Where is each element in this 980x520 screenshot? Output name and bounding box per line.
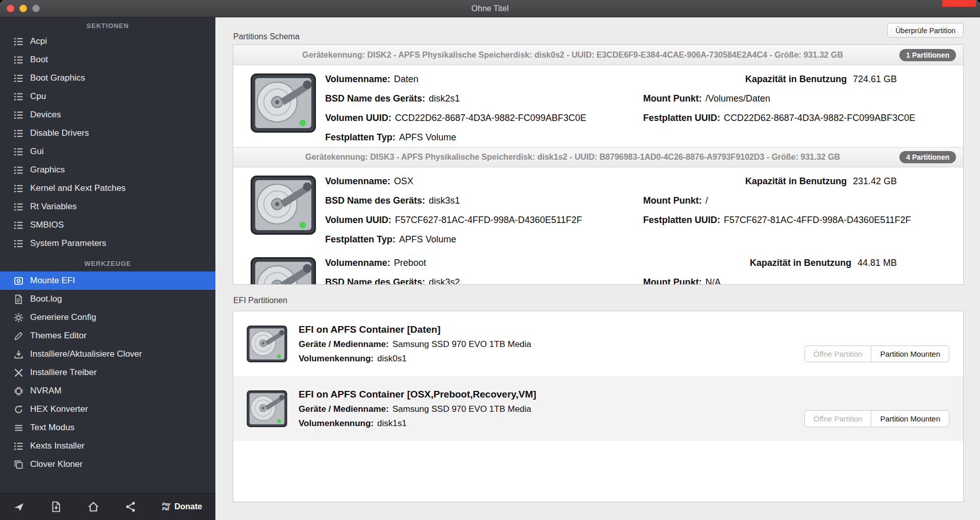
- red-strip: [942, 0, 976, 7]
- disk-uuid: Festplatten UUID:F57CF627-81AC-4FFD-998A…: [643, 215, 949, 226]
- list-icon: [14, 441, 23, 451]
- list-icon: [14, 129, 23, 138]
- titlebar: Ohne Titel: [0, 0, 980, 17]
- launch-icon[interactable]: [13, 501, 24, 512]
- home-icon[interactable]: [88, 501, 99, 512]
- sidebar-item-system-parameters[interactable]: System Parameters: [0, 234, 215, 253]
- sidebar-item-generate-config[interactable]: Generiere Config: [0, 308, 215, 327]
- document-icon: [14, 294, 23, 304]
- capacity-in-use: Kapazität in Benutzung724.61 GB: [643, 74, 949, 85]
- sidebar-item-devices[interactable]: Devices: [0, 106, 215, 124]
- share-icon[interactable]: [125, 501, 136, 512]
- open-partition-button[interactable]: Öffne Partition: [804, 410, 872, 427]
- sidebar-item-boot-graphics[interactable]: Boot Graphics: [0, 69, 215, 87]
- sidebar-item-gui[interactable]: Gui: [0, 142, 215, 161]
- sidebar-item-clover-cloner[interactable]: Clover Kloner: [0, 455, 215, 474]
- verify-partition-button[interactable]: Überprüfe Partition: [887, 23, 964, 38]
- tools-header: WERKZEUGE: [0, 253, 215, 271]
- sidebar-item-kexts-installer[interactable]: Kexts Installer: [0, 437, 215, 455]
- efi-device-name: Geräte / Medienname:Samsung SSD 970 EVO …: [299, 402, 804, 416]
- open-partition-button[interactable]: Öffne Partition: [804, 345, 872, 362]
- bsd-name: BSD Name des Geräts:disk2s1: [325, 93, 643, 104]
- disk-type: Festplatten Typ:APFS Volume: [325, 132, 643, 143]
- sidebar-item-smbios[interactable]: SMBIOS: [0, 216, 215, 234]
- partition-count-badge: 4 Partitionen: [899, 151, 956, 163]
- mount-point: Mount Punkt:N/A: [643, 277, 949, 285]
- sidebar-item-kernel-and-kext-patches[interactable]: Kernel and Kext Patches: [0, 179, 215, 197]
- efi-partitions-title: EFI Partitionen: [233, 296, 964, 305]
- sidebar-item-text-mode[interactable]: Text Modus: [0, 418, 215, 437]
- sidebar-item-install-drivers[interactable]: Installiere Treiber: [0, 363, 215, 382]
- volume-name: Volumenname:Preboot: [325, 258, 643, 268]
- efi-container-title: EFI on APFS Container [OSX,Preboot,Recov…: [299, 387, 804, 402]
- sidebar-footer: PayPal Donate: [0, 493, 215, 520]
- list-icon: [14, 165, 23, 175]
- efi-container-title: EFI on APFS Container [Daten]: [299, 322, 804, 337]
- sidebar-item-themes-editor[interactable]: Themes Editor: [0, 327, 215, 345]
- bsd-name: BSD Name des Geräts:disk3s2: [325, 277, 643, 285]
- efi-volume-id: Volumenkennung:disk0s1: [299, 352, 804, 366]
- list-icon: [14, 92, 23, 102]
- device-header-text: Gerätekennung: DISK2 - APFS Physikalisch…: [233, 51, 963, 60]
- efi-device-name: Geräte / Medienname:Samsung SSD 970 EVO …: [299, 337, 804, 352]
- volume-uuid: Volumen UUID:F57CF627-81AC-4FFD-998A-D43…: [325, 215, 643, 226]
- volume-row-daten: Volumenname:Daten Kapazität in Benutzung…: [233, 65, 963, 147]
- sidebar-item-rt-variables[interactable]: Rt Variables: [0, 197, 215, 216]
- traffic-lights: [7, 0, 40, 17]
- sidebar-item-mount-efi[interactable]: Mounte EFI: [0, 271, 215, 290]
- partition-count-badge: 1 Partitionen: [899, 49, 956, 61]
- list-icon: [14, 55, 23, 65]
- sidebar-item-boot-log[interactable]: Boot.log: [0, 290, 215, 308]
- sidebar-item-disable-drivers[interactable]: Disable Drivers: [0, 124, 215, 142]
- sidebar-item-boot[interactable]: Boot: [0, 51, 215, 69]
- download-icon: [14, 350, 23, 359]
- device-header-disk3: Gerätekennung: DISK3 - APFS Physikalisch…: [233, 147, 963, 167]
- zoom-button[interactable]: [32, 5, 40, 12]
- efi-partition-row-osx: EFI on APFS Container [OSX,Preboot,Recov…: [233, 376, 963, 441]
- sidebar-item-nvram[interactable]: NVRAM: [0, 382, 215, 400]
- efi-partition-row-daten: EFI on APFS Container [Daten] Geräte / M…: [233, 311, 963, 376]
- main-content: Partitions Schema Überprüfe Partition Ge…: [215, 17, 980, 520]
- partitions-scroll-area[interactable]: Gerätekennung: DISK2 - APFS Physikalisch…: [233, 44, 964, 285]
- sidebar-item-hex-converter[interactable]: HEX Konverter: [0, 400, 215, 418]
- mount-partition-button[interactable]: Partition Mounten: [871, 410, 949, 427]
- donate-label: Donate: [175, 502, 202, 511]
- copy-icon: [14, 460, 23, 469]
- sidebar-item-acpi[interactable]: Acpi: [0, 32, 215, 51]
- hard-disk-icon: [247, 326, 287, 362]
- hard-disk-icon: [251, 73, 316, 133]
- sidebar: SEKTIONEN Acpi Boot Boot Graphics Cpu De…: [0, 17, 215, 520]
- export-icon[interactable]: [51, 501, 62, 512]
- sidebar-item-cpu[interactable]: Cpu: [0, 87, 215, 106]
- efi-volume-id: Volumenkennung:disk1s1: [299, 416, 804, 431]
- list-icon: [14, 239, 23, 249]
- device-header-text: Gerätekennung: DISK3 - APFS Physikalisch…: [233, 153, 963, 162]
- chip-icon: [14, 386, 23, 396]
- mount-point: Mount Punkt:/Volumes/Daten: [643, 93, 949, 104]
- list-icon: [14, 220, 23, 230]
- close-button[interactable]: [7, 5, 14, 12]
- sidebar-item-graphics[interactable]: Graphics: [0, 161, 215, 179]
- drive-icon: [14, 276, 23, 286]
- minimize-button[interactable]: [19, 5, 27, 12]
- list-icon: [14, 110, 23, 120]
- sidebar-item-install-update-clover[interactable]: Installiere/Aktualisiere Clover: [0, 345, 215, 363]
- disk-type: Festplatten Typ:APFS Volume: [325, 234, 643, 245]
- hard-disk-icon: [251, 176, 316, 235]
- list-icon: [14, 184, 23, 193]
- pencil-icon: [14, 331, 23, 341]
- mount-point: Mount Punkt:/: [643, 195, 949, 206]
- volume-row-osx: Volumenname:OSX Kapazität in Benutzung23…: [233, 167, 963, 249]
- list-icon: [14, 147, 23, 157]
- list-icon: [14, 37, 23, 46]
- window-title: Ohne Titel: [0, 4, 980, 13]
- tools-icon: [14, 368, 23, 378]
- efi-partitions-panel: EFI on APFS Container [Daten] Geräte / M…: [233, 311, 964, 502]
- mount-partition-button[interactable]: Partition Mounten: [871, 345, 949, 362]
- efi-actions: Öffne Partition Partition Mounten: [804, 345, 949, 362]
- disk-uuid: Festplatten UUID:CCD22D62-8687-4D3A-9882…: [643, 113, 949, 123]
- app-window: Ohne Titel SEKTIONEN Acpi Boot Boot Grap…: [0, 0, 980, 520]
- donate-button[interactable]: PayPal Donate: [162, 502, 202, 512]
- capacity-in-use: Kapazität in Benutzung44.81 MB: [643, 258, 949, 268]
- gear-icon: [14, 313, 23, 323]
